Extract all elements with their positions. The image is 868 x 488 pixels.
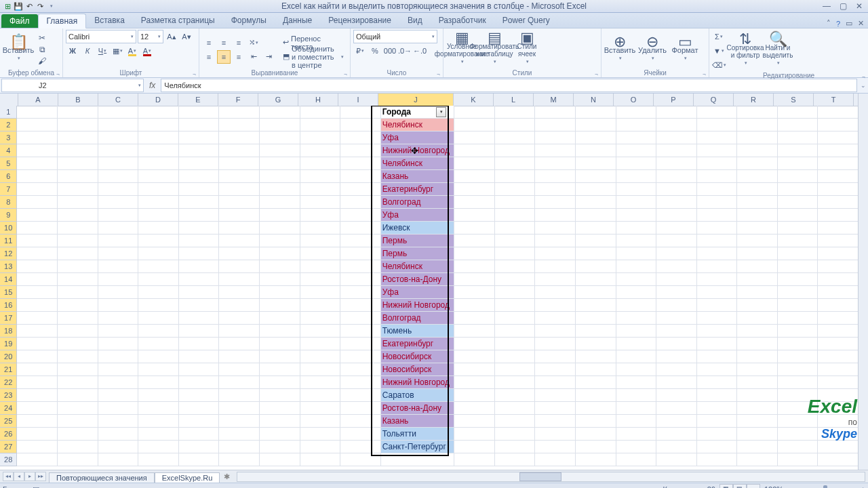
cell-D12[interactable] — [138, 247, 179, 260]
cell-L17[interactable] — [495, 312, 536, 325]
bold-button[interactable]: Ж — [66, 44, 79, 58]
ribbon-tab-0[interactable]: Главная — [38, 14, 87, 28]
cell-S1[interactable] — [778, 106, 818, 119]
cell-N21[interactable] — [576, 363, 616, 376]
cell-N6[interactable] — [576, 170, 616, 183]
cell-M26[interactable] — [535, 428, 576, 441]
cell-T3[interactable] — [818, 131, 859, 144]
cell-P25[interactable] — [656, 415, 697, 428]
cell-E4[interactable] — [179, 144, 220, 157]
row-header-15[interactable]: 15 — [0, 286, 17, 299]
cell-L20[interactable] — [495, 350, 536, 363]
cell-Q24[interactable] — [697, 402, 738, 415]
cell-M7[interactable] — [535, 183, 576, 196]
cell-Q1[interactable] — [697, 106, 738, 119]
cell-M20[interactable] — [535, 350, 576, 363]
cell-M14[interactable] — [535, 273, 576, 286]
cell-T28[interactable] — [818, 453, 859, 466]
cell-O11[interactable] — [616, 235, 657, 247]
cell-I25[interactable] — [340, 415, 381, 428]
cell-R2[interactable] — [737, 119, 778, 131]
cell-Q25[interactable] — [697, 415, 738, 428]
cell-B8[interactable] — [58, 196, 98, 209]
cell-H23[interactable] — [300, 389, 341, 402]
col-header-T[interactable]: T — [814, 94, 854, 106]
cell-Q17[interactable] — [697, 312, 738, 325]
cell-Q13[interactable] — [697, 260, 738, 273]
cell-P23[interactable] — [656, 389, 697, 402]
cell-S15[interactable] — [778, 286, 818, 299]
cell-H25[interactable] — [300, 415, 341, 428]
percent-icon[interactable]: % — [368, 44, 382, 58]
cell-C24[interactable] — [98, 402, 139, 415]
cell-P16[interactable] — [656, 299, 697, 312]
cell-F16[interactable] — [219, 299, 260, 312]
ribbon-tab-4[interactable]: Данные — [275, 14, 320, 28]
cell-Q7[interactable] — [697, 183, 738, 196]
cell-H10[interactable] — [300, 222, 341, 235]
cell-H9[interactable] — [300, 209, 341, 222]
cell-A12[interactable] — [17, 247, 58, 260]
cell-M19[interactable] — [535, 338, 576, 350]
cell-O25[interactable] — [616, 415, 657, 428]
cell-R11[interactable] — [737, 235, 778, 247]
row-header-13[interactable]: 13 — [0, 260, 17, 273]
cell-K22[interactable] — [454, 376, 495, 389]
cell-A16[interactable] — [17, 299, 58, 312]
cell-F2[interactable] — [219, 119, 260, 131]
cell-P5[interactable] — [656, 157, 697, 170]
cell-E26[interactable] — [179, 428, 220, 441]
cell-O15[interactable] — [616, 286, 657, 299]
cell-S19[interactable] — [778, 338, 818, 350]
align-left-icon[interactable]: ≡ — [202, 50, 216, 64]
cell-J3[interactable]: Уфа — [381, 131, 455, 144]
cell-J13[interactable]: Челябинск — [381, 260, 455, 273]
cell-R16[interactable] — [737, 299, 778, 312]
inc-decimal-icon[interactable]: .0→ — [398, 44, 412, 58]
close-button[interactable]: ✕ — [854, 1, 864, 11]
cell-K25[interactable] — [454, 415, 495, 428]
zoom-in-icon[interactable]: + — [861, 485, 865, 488]
cell-H19[interactable] — [300, 338, 341, 350]
align-top-icon[interactable]: ≡ — [202, 36, 216, 49]
cell-I17[interactable] — [340, 312, 381, 325]
cell-L6[interactable] — [495, 170, 536, 183]
cell-D2[interactable] — [138, 119, 179, 131]
view-buttons[interactable]: ▦▤▭ — [719, 484, 760, 488]
cell-K10[interactable] — [454, 222, 495, 235]
cell-B13[interactable] — [58, 260, 98, 273]
cell-I18[interactable] — [340, 325, 381, 338]
cell-D9[interactable] — [138, 209, 179, 222]
cell-E5[interactable] — [179, 157, 220, 170]
cell-G16[interactable] — [260, 299, 300, 312]
cell-Q14[interactable] — [697, 273, 738, 286]
cell-O12[interactable] — [616, 247, 657, 260]
cell-J18[interactable]: Тюмень — [381, 325, 455, 338]
cell-R23[interactable] — [737, 389, 778, 402]
cell-F8[interactable] — [219, 196, 260, 209]
cell-H3[interactable] — [300, 131, 341, 144]
cell-H17[interactable] — [300, 312, 341, 325]
cell-D21[interactable] — [138, 363, 179, 376]
cell-B23[interactable] — [58, 389, 98, 402]
cell-P18[interactable] — [656, 325, 697, 338]
cell-H14[interactable] — [300, 273, 341, 286]
cell-J20[interactable]: Новосибирск — [381, 350, 455, 363]
cell-O23[interactable] — [616, 389, 657, 402]
cell-F25[interactable] — [219, 415, 260, 428]
cell-E19[interactable] — [179, 338, 220, 350]
cell-J24[interactable]: Ростов-на-Дону — [381, 402, 455, 415]
cell-Q9[interactable] — [697, 209, 738, 222]
cell-T11[interactable] — [818, 235, 859, 247]
cell-G25[interactable] — [260, 415, 300, 428]
row-header-27[interactable]: 27 — [0, 441, 17, 453]
cell-H4[interactable] — [300, 144, 341, 157]
grid-rows[interactable]: 1Города2Челябинск3Уфа4Нижний Новгород5Че… — [0, 106, 859, 470]
cell-J8[interactable]: Волгоград — [381, 196, 455, 209]
cell-F27[interactable] — [219, 441, 260, 453]
col-header-O[interactable]: O — [614, 94, 654, 106]
cell-E25[interactable] — [179, 415, 220, 428]
cell-D8[interactable] — [138, 196, 179, 209]
cell-F20[interactable] — [219, 350, 260, 363]
ribbon-tab-2[interactable]: Разметка страницы — [133, 14, 223, 28]
